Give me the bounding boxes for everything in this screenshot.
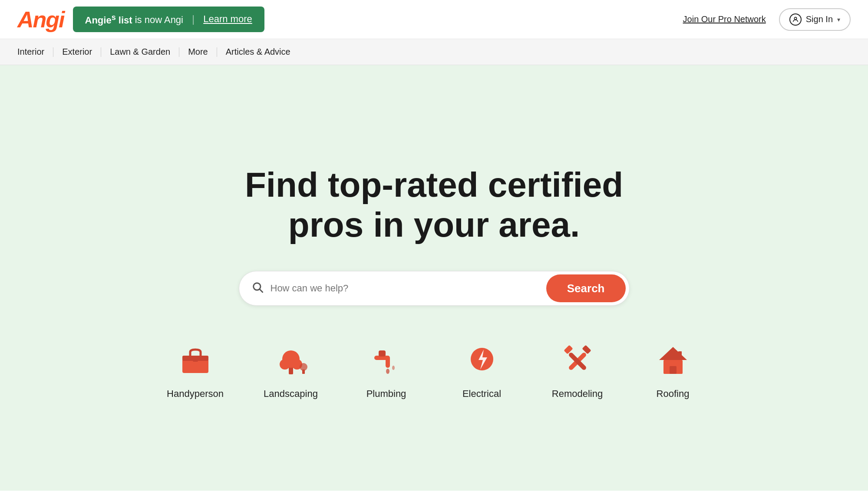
svg-point-0 [794, 17, 796, 19]
svg-rect-24 [678, 351, 682, 358]
sign-in-label: Sign In [806, 14, 833, 24]
service-remodeling[interactable]: Remodeling [547, 340, 608, 400]
nav-item-exterior[interactable]: Exterior [53, 39, 101, 65]
service-electrical[interactable]: Electrical [452, 340, 512, 400]
banner-separator: | [192, 13, 195, 25]
svg-rect-5 [193, 358, 198, 362]
house-icon [653, 340, 693, 380]
learn-more-link[interactable]: Learn more [203, 13, 252, 25]
faucet-icon [367, 340, 406, 380]
header-right: Join Our Pro Network Sign In ▾ [683, 8, 851, 31]
service-landscaping[interactable]: Landscaping [261, 340, 321, 400]
user-icon [789, 13, 802, 26]
service-label-electrical: Electrical [462, 388, 501, 400]
hammer-icon [558, 340, 597, 380]
search-bar: Search [239, 271, 630, 306]
announcement-text: Angies list is now Angi [85, 13, 183, 26]
nav-item-more[interactable]: More [179, 39, 217, 65]
search-button[interactable]: Search [546, 274, 626, 302]
main-nav: Interior Exterior Lawn & Garden More Art… [0, 39, 868, 65]
service-label-remodeling: Remodeling [552, 388, 603, 400]
nav-item-lawn[interactable]: Lawn & Garden [101, 39, 179, 65]
service-label-landscaping: Landscaping [264, 388, 318, 400]
toolbox-icon [176, 340, 215, 380]
service-label-handyperson: Handyperson [167, 388, 224, 400]
svg-point-15 [386, 369, 389, 374]
services-row: Handyperson Landscaping [165, 340, 703, 400]
service-handyperson[interactable]: Handyperson [165, 340, 226, 400]
svg-line-2 [260, 289, 262, 292]
logo[interactable]: Angi [17, 8, 64, 31]
join-pro-link[interactable]: Join Our Pro Network [683, 14, 766, 24]
hero-title: Find top-rated certified pros in your ar… [239, 165, 630, 245]
svg-rect-13 [386, 356, 390, 368]
sign-in-button[interactable]: Sign In ▾ [779, 8, 851, 31]
svg-point-8 [280, 359, 290, 370]
service-plumbing[interactable]: Plumbing [356, 340, 417, 400]
lightning-icon [462, 340, 502, 380]
nav-item-articles[interactable]: Articles & Advice [217, 39, 299, 65]
nav-item-interior[interactable]: Interior [17, 39, 53, 65]
hero-section: Find top-rated certified pros in your ar… [0, 65, 868, 491]
announcement-suffix: is now Angi [135, 15, 183, 26]
chevron-down-icon: ▾ [837, 16, 840, 23]
service-label-plumbing: Plumbing [366, 388, 406, 400]
search-input[interactable] [271, 283, 546, 294]
search-icon [251, 281, 264, 296]
header: Angi Angies list is now Angi | Learn mor… [0, 0, 868, 39]
service-roofing[interactable]: Roofing [643, 340, 703, 400]
service-label-roofing: Roofing [657, 388, 690, 400]
announcement-banner: Angies list is now Angi | Learn more [73, 7, 264, 32]
angies-list-text: Angies list [85, 15, 132, 26]
tree-icon [271, 340, 310, 380]
svg-point-16 [392, 366, 395, 370]
svg-point-11 [300, 363, 307, 371]
svg-rect-23 [670, 366, 677, 374]
svg-rect-14 [379, 350, 386, 357]
